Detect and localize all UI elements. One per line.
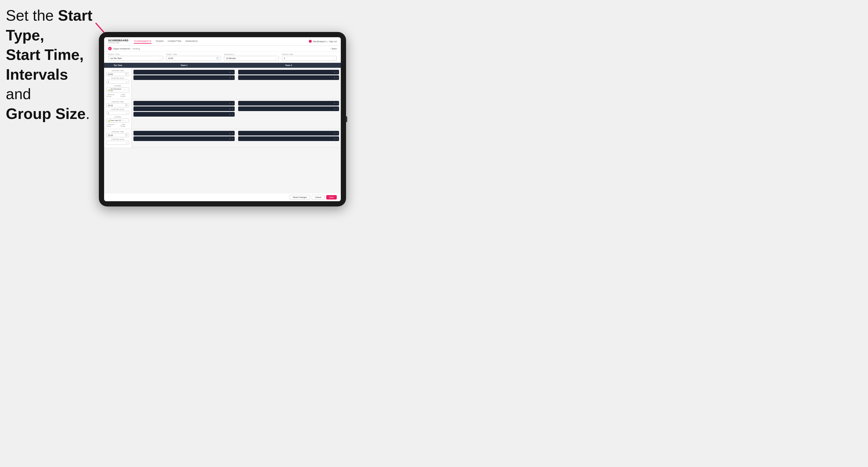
slot-edit-btn[interactable]: ○ [336, 102, 338, 105]
tee-time-cell-1: STARTING TIME: 10:00 🕐 STARTING HOLE: 1 … [104, 68, 132, 99]
slot-edit-btn[interactable]: ○ [232, 107, 234, 110]
slot-x-btn[interactable]: × [334, 132, 335, 135]
intervals-select[interactable]: 10 Minutes ⌄ [224, 56, 279, 61]
slot-edit-btn[interactable]: ○ [336, 76, 338, 79]
nav-tab-tournaments[interactable]: TOURNAMENTS [134, 39, 152, 43]
slot-edit-btn[interactable]: ○ [232, 137, 234, 140]
slot-x-btn[interactable]: × [229, 132, 231, 135]
footer-bar: Reset Changes Cancel Save [104, 193, 341, 201]
starting-time-input-2[interactable]: 10:10 🕐 [106, 103, 129, 107]
slot-edit-btn[interactable]: ○ [232, 132, 234, 135]
app-logo-icon: C [108, 47, 112, 50]
player-slot: ×○ [133, 70, 235, 74]
clock-icon-3: 🕐 [125, 134, 128, 136]
slot-x-btn[interactable]: × [229, 102, 231, 105]
player-slot: ×○ [238, 106, 339, 111]
slot-edit-btn[interactable]: ○ [336, 71, 338, 73]
intervals-field: Intervals 10 Minutes ⌄ [224, 54, 279, 61]
slot-x-btn[interactable]: × [229, 113, 231, 116]
remove-group-link-1[interactable]: ○ Remove Group [106, 94, 118, 97]
player-slot: ×○ [238, 136, 339, 141]
course-remove-1[interactable]: × [124, 89, 125, 91]
start-type-field: Start Type 1st Tee Start ⌄ [108, 54, 163, 61]
slot-x-btn[interactable]: × [334, 137, 335, 140]
start-type-select[interactable]: 1st Tee Start ⌄ [108, 56, 163, 61]
sign-out-link[interactable]: Sign out [329, 40, 337, 42]
cancel-button[interactable]: Cancel [312, 195, 324, 200]
slot-x-btn[interactable]: × [334, 76, 335, 79]
user-avatar-dot [309, 40, 312, 43]
slot-edit-btn[interactable]: ○ [232, 102, 234, 105]
slot-x-btn[interactable]: × [229, 71, 231, 73]
player-slot: ×○ [133, 131, 235, 135]
hole-chevron-2: ⌄ [126, 112, 128, 114]
table-content[interactable]: STARTING TIME: 10:00 🕐 STARTING HOLE: 1 … [104, 68, 341, 193]
nav-tab-rankings[interactable]: RANKINGS [186, 39, 198, 43]
course-tag-2[interactable]: ⛳ East Lake GC × ⌄ [106, 118, 129, 122]
table-row: STARTING TIME: 10:10 🕐 STARTING HOLE: 1 … [104, 99, 341, 129]
nav-separator: | [328, 40, 328, 42]
nav-tab-committee[interactable]: COMMITTEE [167, 39, 182, 43]
instruction-text: Set the Start Type, Start Time, Interval… [6, 6, 93, 124]
player-slot: ×○ [238, 101, 339, 105]
course-name-1: (A) Peachtree GC [111, 88, 122, 92]
tee-time-cell-3: STARTING TIME: 10:20 🕐 STARTING HOLE: ⌄ [104, 129, 132, 148]
slot-edit-btn[interactable]: ○ [232, 76, 234, 79]
add-group-link-1[interactable]: + Add Group [120, 94, 129, 97]
player-slot: ×○ [133, 106, 235, 111]
starting-time-label-2: STARTING TIME: [106, 101, 129, 103]
reset-changes-button[interactable]: Reset Changes [290, 195, 310, 200]
course-label-2: COURSE: [106, 116, 129, 118]
save-button[interactable]: Save [326, 195, 337, 199]
add-group-link-2[interactable]: + Add Group [120, 124, 129, 127]
starting-hole-select-1[interactable]: 1 ⌄ [106, 80, 129, 84]
th-tee-time: Tee Time [104, 63, 132, 68]
slot-edit-btn[interactable]: ○ [336, 107, 338, 110]
start-time-select[interactable]: 10:00 🕐 [166, 56, 221, 61]
slot-edit-btn[interactable]: ○ [232, 71, 234, 73]
slot-x-btn[interactable]: × [334, 107, 335, 110]
course-chevron-1[interactable]: ⌄ [126, 89, 128, 91]
slot-x-btn[interactable]: × [334, 71, 335, 73]
slot-x-btn[interactable]: × [229, 107, 231, 110]
back-link[interactable]: ‹ Back [331, 48, 337, 50]
user-email: blair@clippd.io [313, 40, 326, 42]
intervals-chevron: ⌄ [275, 57, 277, 60]
group-size-value: 3 [284, 57, 285, 59]
team2-col-1: ×○ ×○ [237, 68, 341, 99]
remove-group-link-2[interactable]: ○ Remove Group [106, 124, 118, 127]
slot-x-btn[interactable]: × [229, 137, 231, 140]
th-team1: Team 1 [132, 63, 237, 68]
team2-col-2: ×○ ×○ [237, 99, 341, 129]
breadcrumb-app-name[interactable]: Clippd Invitational [113, 48, 130, 50]
slot-edit-btn[interactable]: ○ [232, 113, 234, 116]
starting-hole-select-2[interactable]: 1 ⌄ [106, 111, 129, 115]
slot-edit-btn[interactable]: ○ [336, 137, 338, 140]
course-remove-2[interactable]: × [122, 120, 124, 122]
table-row: STARTING TIME: 10:20 🕐 STARTING HOLE: ⌄ … [104, 129, 341, 148]
clock-icon-1: 🕐 [125, 73, 128, 75]
instruction-line3-bold: Intervals [6, 66, 68, 83]
player-slot: ×○ [133, 101, 235, 105]
hole-chevron-1: ⌄ [126, 81, 128, 83]
course-tag-1[interactable]: ⛳ (A) Peachtree GC × ⌄ [106, 87, 129, 92]
nav-user: blair@clippd.io | Sign out [309, 40, 337, 43]
hole-chevron-3: ⌄ [126, 142, 128, 144]
slot-x-btn[interactable]: × [229, 76, 231, 79]
instruction-line4-bold: Group Size [6, 105, 86, 122]
intervals-label: Intervals [224, 54, 279, 55]
starting-hole-label-3: STARTING HOLE: [106, 138, 129, 140]
logo-sub: Powered by clipp [108, 42, 128, 43]
slot-x-btn[interactable]: × [334, 102, 335, 105]
starting-time-input-1[interactable]: 10:00 🕐 [106, 72, 129, 76]
group-actions-1: ○ Remove Group + Add Group [106, 94, 129, 97]
group-size-select[interactable]: 3 ⌄ [282, 56, 337, 61]
breadcrumb-section: Hosting [133, 48, 140, 50]
slot-edit-btn[interactable]: ○ [336, 132, 338, 135]
nav-tab-teams[interactable]: TEAMS [156, 39, 163, 43]
course-chevron-2[interactable]: ⌄ [125, 119, 126, 122]
starting-time-input-3[interactable]: 10:20 🕐 [106, 133, 129, 137]
starting-time-label-3: STARTING TIME: [106, 131, 129, 133]
starting-hole-select-3[interactable]: ⌄ [106, 141, 129, 145]
starting-time-label-1: STARTING TIME: [106, 70, 129, 71]
